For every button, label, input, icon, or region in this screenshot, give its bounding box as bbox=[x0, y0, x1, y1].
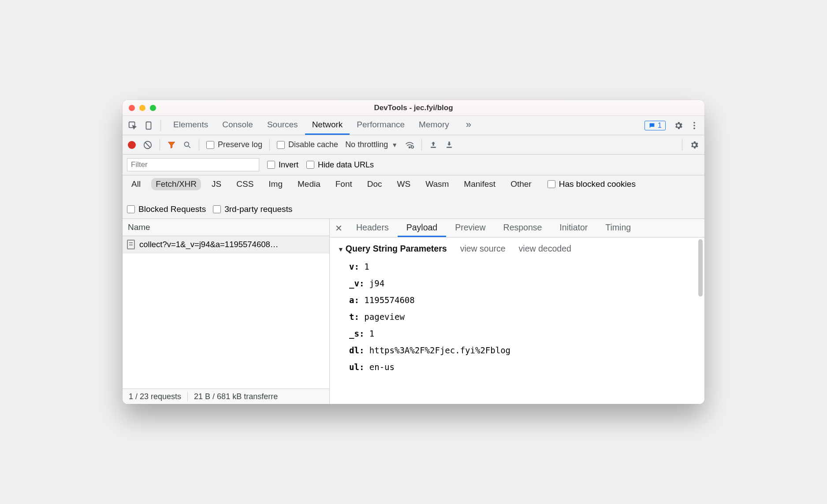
tab-elements[interactable]: Elements bbox=[166, 116, 215, 135]
param-value: 1 bbox=[364, 262, 369, 271]
column-header-name[interactable]: Name bbox=[123, 219, 329, 236]
filter-type-wasm[interactable]: Wasm bbox=[421, 178, 453, 190]
separator bbox=[187, 392, 188, 401]
filter-type-fetch-xhr[interactable]: Fetch/XHR bbox=[151, 178, 201, 190]
issues-badge[interactable]: 1 bbox=[644, 121, 666, 130]
search-icon[interactable] bbox=[183, 141, 192, 149]
inspect-element-icon[interactable] bbox=[126, 119, 139, 132]
request-name: collect?v=1&_v=j94&a=1195574608… bbox=[139, 240, 278, 249]
request-detail-panel: ✕ HeadersPayloadPreviewResponseInitiator… bbox=[330, 219, 704, 404]
requests-list-panel: Name collect?v=1&_v=j94&a=1195574608… 1 … bbox=[123, 219, 330, 404]
document-icon bbox=[127, 240, 135, 249]
tab-performance[interactable]: Performance bbox=[350, 116, 412, 135]
third-party-requests-checkbox[interactable]: 3rd-party requests bbox=[213, 204, 292, 214]
window-title: DevTools - jec.fyi/blog bbox=[123, 104, 704, 112]
separator bbox=[269, 139, 270, 151]
param-key: v: bbox=[349, 262, 364, 271]
param-key: dl: bbox=[349, 345, 369, 355]
network-toolbar: Preserve log Disable cache No throttling… bbox=[123, 135, 704, 155]
issues-count: 1 bbox=[658, 122, 662, 130]
hide-data-urls-checkbox[interactable]: Hide data URLs bbox=[306, 160, 374, 170]
param-key: ul: bbox=[349, 362, 369, 372]
param-value: https%3A%2F%2Fjec.fyi%2Fblog bbox=[369, 345, 510, 355]
devtools-window: DevTools - jec.fyi/blog ElementsConsoleS… bbox=[123, 100, 704, 404]
request-row[interactable]: collect?v=1&_v=j94&a=1195574608… bbox=[123, 236, 329, 253]
detail-tab-preview[interactable]: Preview bbox=[446, 219, 494, 237]
disable-cache-checkbox[interactable]: Disable cache bbox=[277, 140, 338, 149]
query-param-row: dl: https%3A%2F%2Fjec.fyi%2Fblog bbox=[349, 342, 697, 359]
filter-type-js[interactable]: JS bbox=[207, 178, 226, 190]
network-settings-icon[interactable] bbox=[689, 140, 699, 150]
more-options-icon[interactable] bbox=[688, 119, 701, 132]
svg-point-6 bbox=[184, 142, 189, 146]
filter-type-all[interactable]: All bbox=[127, 178, 145, 190]
svg-rect-9 bbox=[431, 147, 436, 148]
scrollbar[interactable] bbox=[698, 239, 703, 296]
separator bbox=[682, 139, 682, 151]
tab-memory[interactable]: Memory bbox=[412, 116, 456, 135]
filter-type-media[interactable]: Media bbox=[293, 178, 325, 190]
filter-type-ws[interactable]: WS bbox=[393, 178, 415, 190]
query-param-row: a: 1195574608 bbox=[349, 292, 697, 308]
query-param-row: _v: j94 bbox=[349, 275, 697, 292]
param-value: en-us bbox=[369, 362, 395, 372]
upload-har-icon[interactable] bbox=[429, 141, 438, 149]
filter-type-doc[interactable]: Doc bbox=[363, 178, 387, 190]
tab-console[interactable]: Console bbox=[215, 116, 260, 135]
detail-tab-payload[interactable]: Payload bbox=[398, 219, 446, 237]
more-tabs-button[interactable]: » bbox=[459, 116, 478, 135]
svg-point-7 bbox=[409, 147, 410, 148]
svg-point-8 bbox=[411, 145, 414, 148]
invert-checkbox[interactable]: Invert bbox=[267, 160, 298, 170]
preserve-log-checkbox[interactable]: Preserve log bbox=[206, 140, 262, 149]
query-params-list: v: 1_v: j94a: 1195574608t: pageview_s: 1… bbox=[349, 258, 697, 375]
filter-toggle-icon[interactable] bbox=[167, 141, 176, 149]
maximize-window-button[interactable] bbox=[150, 105, 156, 111]
svg-point-4 bbox=[693, 127, 695, 129]
detail-tab-headers[interactable]: Headers bbox=[347, 219, 398, 237]
network-main: Name collect?v=1&_v=j94&a=1195574608… 1 … bbox=[123, 219, 704, 404]
filter-type-manifest[interactable]: Manifest bbox=[459, 178, 500, 190]
devtools-panel-tabs: ElementsConsoleSourcesNetworkPerformance… bbox=[123, 116, 704, 135]
detail-tab-initiator[interactable]: Initiator bbox=[551, 219, 596, 237]
filter-input[interactable] bbox=[127, 158, 259, 171]
filter-type-css[interactable]: CSS bbox=[232, 178, 258, 190]
separator bbox=[160, 139, 160, 151]
payload-panel: ▼Query String Parameters view source vie… bbox=[330, 237, 704, 404]
param-value: 1 bbox=[369, 329, 374, 338]
blocked-requests-checkbox[interactable]: Blocked Requests bbox=[127, 204, 206, 214]
query-param-row: v: 1 bbox=[349, 258, 697, 275]
tab-network[interactable]: Network bbox=[305, 116, 350, 135]
minimize-window-button[interactable] bbox=[139, 105, 145, 111]
param-key: t: bbox=[349, 312, 364, 322]
status-transfer-size: 21 B / 681 kB transferre bbox=[194, 392, 278, 401]
settings-icon[interactable] bbox=[672, 119, 685, 132]
close-detail-button[interactable]: ✕ bbox=[330, 223, 347, 233]
clear-button[interactable] bbox=[143, 140, 153, 150]
request-detail-tabs: ✕ HeadersPayloadPreviewResponseInitiator… bbox=[330, 219, 704, 237]
device-toolbar-icon[interactable] bbox=[142, 119, 155, 132]
disclosure-triangle-icon[interactable]: ▼Query String Parameters bbox=[338, 244, 447, 254]
detail-tab-timing[interactable]: Timing bbox=[596, 219, 640, 237]
param-key: a: bbox=[349, 295, 364, 305]
tab-sources[interactable]: Sources bbox=[260, 116, 305, 135]
record-button[interactable] bbox=[128, 141, 136, 149]
network-conditions-icon[interactable] bbox=[405, 140, 414, 150]
view-source-link[interactable]: view source bbox=[460, 244, 506, 254]
param-value: pageview bbox=[364, 312, 405, 322]
detail-tab-response[interactable]: Response bbox=[495, 219, 551, 237]
separator bbox=[199, 139, 199, 151]
requests-list: collect?v=1&_v=j94&a=1195574608… bbox=[123, 236, 329, 389]
query-param-row: ul: en-us bbox=[349, 359, 697, 375]
download-har-icon[interactable] bbox=[445, 141, 454, 149]
view-decoded-link[interactable]: view decoded bbox=[519, 244, 571, 254]
filter-type-other[interactable]: Other bbox=[506, 178, 536, 190]
svg-rect-1 bbox=[146, 122, 151, 129]
has-blocked-cookies-checkbox[interactable]: Has blocked cookies bbox=[548, 179, 636, 189]
filter-type-img[interactable]: Img bbox=[264, 178, 287, 190]
status-request-count: 1 / 23 requests bbox=[129, 392, 181, 401]
close-window-button[interactable] bbox=[129, 105, 135, 111]
filter-type-font[interactable]: Font bbox=[331, 178, 357, 190]
request-type-filters: AllFetch/XHRJSCSSImgMediaFontDocWSWasmMa… bbox=[123, 175, 704, 219]
throttling-dropdown[interactable]: No throttling ▼ bbox=[345, 140, 398, 149]
